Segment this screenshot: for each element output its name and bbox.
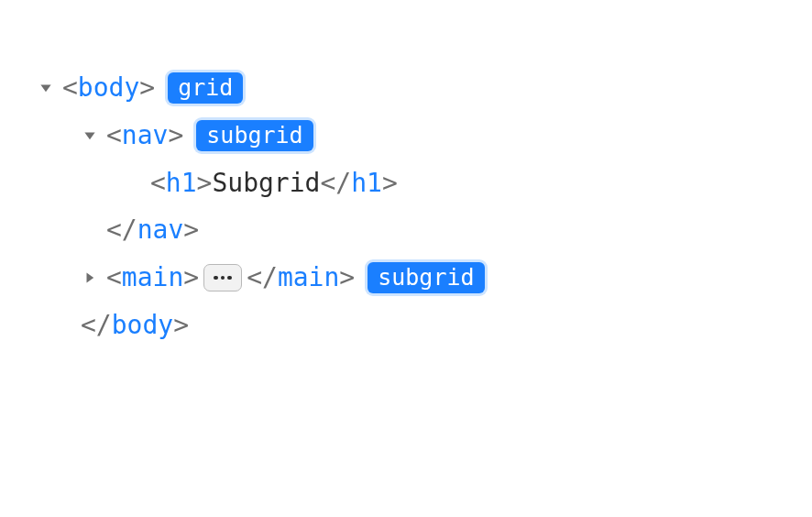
tree-row-body-close[interactable]: </body> — [37, 302, 775, 349]
dot-icon — [221, 276, 225, 280]
tag-close: </h1> — [320, 160, 397, 207]
tree-row-body-open[interactable]: <body> grid — [37, 64, 775, 112]
subgrid-badge[interactable]: subgrid — [196, 120, 313, 151]
tree-row-nav-close[interactable]: </nav> — [37, 206, 775, 254]
subgrid-badge[interactable]: subgrid — [368, 262, 484, 293]
tag-open: <main> — [106, 254, 199, 302]
expand-arrow-down-icon[interactable] — [37, 79, 55, 97]
element-text-content: Subgrid — [212, 160, 320, 207]
tag-close: </nav> — [106, 206, 199, 254]
expand-arrow-down-icon[interactable] — [81, 126, 99, 145]
tag-open: <body> — [62, 64, 155, 112]
ellipsis-expand-button[interactable] — [203, 264, 242, 292]
tag-open: <nav> — [106, 112, 183, 160]
grid-badge[interactable]: grid — [168, 72, 243, 104]
dot-icon — [227, 276, 232, 280]
tag-open: <h1> — [150, 160, 212, 207]
tag-close: </body> — [81, 302, 189, 349]
tree-row-nav-open[interactable]: <nav> subgrid — [37, 112, 775, 160]
tag-close: </main> — [247, 254, 355, 302]
expand-arrow-right-icon[interactable] — [81, 269, 99, 287]
tree-row-main[interactable]: <main> </main> subgrid — [37, 254, 775, 302]
dot-icon — [214, 276, 218, 280]
tree-row-h1[interactable]: <h1>Subgrid</h1> — [37, 160, 775, 207]
